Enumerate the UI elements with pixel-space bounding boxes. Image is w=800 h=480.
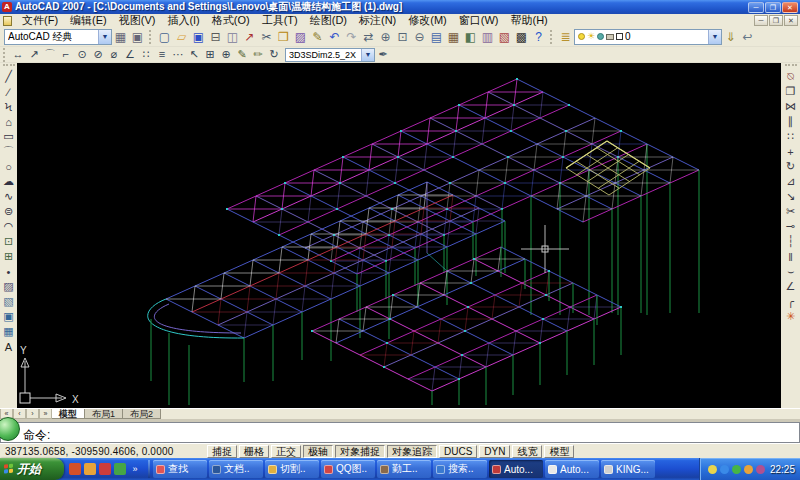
offset-icon[interactable]: ∥ <box>783 114 799 129</box>
erase-icon[interactable]: ⍉ <box>783 69 799 84</box>
break-at-point-icon[interactable]: ┆ <box>783 234 799 249</box>
zoom-realtime-icon[interactable]: ⊕ <box>377 28 394 45</box>
tab-layout2[interactable]: 布局2 <box>123 409 161 419</box>
toolbar-grip[interactable] <box>3 48 8 62</box>
match-properties-icon[interactable]: ✎ <box>309 28 326 45</box>
zoom-window-icon[interactable]: ⊡ <box>394 28 411 45</box>
dim-baseline-icon[interactable]: ≡ <box>154 48 170 62</box>
tray-qq-icon[interactable] <box>744 465 753 474</box>
status-grid-button[interactable]: 栅格 <box>239 445 269 458</box>
tab-nav-next-button[interactable]: › <box>26 409 39 419</box>
tab-layout1[interactable]: 布局1 <box>85 409 123 419</box>
sheet-set-icon[interactable]: ▥ <box>479 28 496 45</box>
tab-model[interactable]: 模型 <box>52 409 85 419</box>
restore-button[interactable]: ❐ <box>765 2 781 13</box>
messenger-icon[interactable] <box>69 463 81 475</box>
layer-on-icon[interactable] <box>578 33 585 40</box>
plot-icon[interactable]: ⊟ <box>207 28 224 45</box>
polyline-icon[interactable]: Ϟ <box>1 99 17 114</box>
break-icon[interactable]: ‖ <box>783 249 799 264</box>
menu-item-8[interactable]: 标注(N) <box>353 14 402 27</box>
menu-item-1[interactable]: 文件(F) <box>16 14 64 27</box>
tab-nav-prev-button[interactable]: ‹ <box>13 409 26 419</box>
spline-icon[interactable]: ∿ <box>1 189 17 204</box>
tray-msg-icon[interactable] <box>708 465 717 474</box>
tray-app-icon[interactable] <box>756 465 765 474</box>
toolbar-grip[interactable] <box>3 64 15 68</box>
layer-freeze-icon[interactable]: ☀ <box>587 32 595 41</box>
toolbar-grip[interactable] <box>149 30 154 44</box>
tab-nav-last-button[interactable]: » <box>39 409 52 419</box>
taskbar-button-qq-find[interactable]: 查找 <box>153 460 207 478</box>
menu-item-10[interactable]: 窗口(W) <box>453 14 505 27</box>
dim-jogged-icon[interactable]: ⊘ <box>90 48 106 62</box>
dim-radius-icon[interactable]: ⊙ <box>74 48 90 62</box>
center-mark-icon[interactable]: ⊕ <box>218 48 234 62</box>
designcenter-icon[interactable]: ▦ <box>445 28 462 45</box>
circle-icon[interactable]: ○ <box>1 159 17 174</box>
paste-icon[interactable]: ▨ <box>292 28 309 45</box>
menu-item-9[interactable]: 修改(M) <box>402 14 453 27</box>
coordinate-readout[interactable]: 387135.0658, -309590.4606, 0.0000 <box>0 446 206 457</box>
menu-item-11[interactable]: 帮助(H) <box>505 14 554 27</box>
drawing-canvas[interactable]: YX <box>17 63 781 408</box>
taskbar-button-qq-pic[interactable]: QQ图.. <box>321 460 375 478</box>
layer-previous-icon[interactable]: ↩ <box>739 28 756 45</box>
dim-ordinate-icon[interactable]: ⌐ <box>58 48 74 62</box>
more-chevron-icon[interactable]: » <box>129 463 141 475</box>
pan-icon[interactable]: ⇄ <box>360 28 377 45</box>
qnew-icon[interactable]: ▢ <box>156 28 173 45</box>
copy-object-icon[interactable]: ❐ <box>783 84 799 99</box>
minimize-button[interactable]: ─ <box>748 2 764 13</box>
explode-icon[interactable]: ✳ <box>783 309 799 324</box>
taskbar-button-folder-qiege[interactable]: 切割.. <box>265 460 319 478</box>
taskbar-button-kingsoft[interactable]: KING... <box>601 460 655 478</box>
ellipse-arc-icon[interactable]: ◠ <box>1 219 17 234</box>
construction-line-icon[interactable]: ∕ <box>1 84 17 99</box>
menu-item-4[interactable]: 插入(I) <box>161 14 205 27</box>
gradient-icon[interactable]: ▧ <box>1 294 17 309</box>
quick-launch-3-icon[interactable] <box>114 463 126 475</box>
line-icon[interactable]: ╱ <box>1 69 17 84</box>
workspace-settings-icon[interactable]: ▦ <box>112 28 129 45</box>
status-ducs-button[interactable]: DUCS <box>439 445 477 458</box>
menu-item-7[interactable]: 绘图(D) <box>304 14 353 27</box>
mirror-icon[interactable]: ⋈ <box>783 99 799 114</box>
doc-minimize-button[interactable]: ─ <box>754 15 768 26</box>
rectangle-icon[interactable]: ▭ <box>1 129 17 144</box>
dim-style-combo[interactable]: 3D3SDim2.5_2X ▼ <box>285 48 375 62</box>
revision-cloud-icon[interactable]: ☁ <box>1 174 17 189</box>
clock[interactable]: 22:25 <box>768 464 795 475</box>
doc-restore-button[interactable]: ❐ <box>769 15 783 26</box>
quick-dimension-icon[interactable]: ∷ <box>138 48 154 62</box>
chamfer-icon[interactable]: ∠ <box>783 279 799 294</box>
menu-item-3[interactable]: 视图(V) <box>113 14 162 27</box>
dim-style-icon[interactable]: ✒ <box>375 48 391 62</box>
quick-leader-icon[interactable]: ↖ <box>186 48 202 62</box>
save-icon[interactable]: ▣ <box>190 28 207 45</box>
workspace-save-icon[interactable]: ▣ <box>129 28 146 45</box>
layer-properties-icon[interactable]: ≣ <box>557 28 574 45</box>
ellipse-icon[interactable]: ⊜ <box>1 204 17 219</box>
fillet-icon[interactable]: ╭ <box>783 294 799 309</box>
publish-icon[interactable]: ↗ <box>241 28 258 45</box>
point-icon[interactable]: • <box>1 264 17 279</box>
undo-icon[interactable]: ↶ <box>326 28 343 45</box>
status-model-button[interactable]: 模型 <box>544 445 574 458</box>
tray-pinwheel-icon[interactable] <box>732 465 741 474</box>
status-snap-button[interactable]: 捕捉 <box>207 445 237 458</box>
taskbar-button-qingong[interactable]: 勤工.. <box>377 460 431 478</box>
close-button[interactable]: ✕ <box>782 2 798 13</box>
quick-launch-1-icon[interactable] <box>84 463 96 475</box>
layer-lock-icon[interactable] <box>597 33 604 40</box>
dim-linear-icon[interactable]: ↔ <box>10 48 26 62</box>
dim-edit-icon[interactable]: ✎ <box>234 48 250 62</box>
menu-item-6[interactable]: 工具(T) <box>256 14 304 27</box>
tool-palettes-icon[interactable]: ◧ <box>462 28 479 45</box>
status-otrack-button[interactable]: 对象追踪 <box>387 445 437 458</box>
taskbar-button-word-doc[interactable]: 文档.. <box>209 460 263 478</box>
status-lwt-button[interactable]: 线宽 <box>512 445 542 458</box>
plot-preview-icon[interactable]: ◫ <box>224 28 241 45</box>
quick-calc-icon[interactable]: ▩ <box>513 28 530 45</box>
menu-item-2[interactable]: 编辑(E) <box>64 14 113 27</box>
